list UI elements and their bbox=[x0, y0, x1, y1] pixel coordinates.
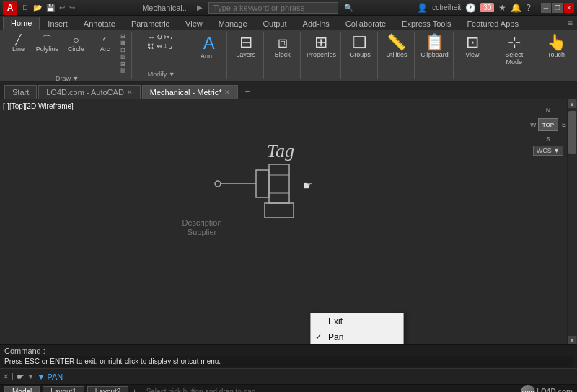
tab-mechanical[interactable]: Mechanical - Metric* ✕ bbox=[142, 85, 239, 99]
tab-annotate[interactable]: Annotate bbox=[76, 17, 123, 30]
wcs-button[interactable]: WCS ▼ bbox=[533, 146, 563, 156]
restore-button[interactable]: ❐ bbox=[552, 3, 563, 13]
ribbon-group-properties: ⊞ Properties bbox=[301, 32, 341, 79]
scroll-thumb[interactable] bbox=[568, 111, 576, 154]
extend-icon[interactable]: ↕ bbox=[164, 42, 167, 50]
layout-tab-layout2[interactable]: Layout2 bbox=[87, 386, 129, 392]
block-icon: ⧈ bbox=[278, 35, 288, 50]
minimize-button[interactable]: ─ bbox=[541, 3, 551, 13]
ribbon-group-selectmode: ⊹ Select Mode bbox=[491, 32, 537, 79]
star-icon[interactable]: ★ bbox=[498, 3, 506, 13]
ribbon-toggle[interactable]: ≡ bbox=[563, 17, 577, 30]
draw-extra-3[interactable]: ⊠ ▤ bbox=[120, 61, 129, 74]
compass-w: W bbox=[530, 121, 537, 128]
utilities-button[interactable]: 📏 Utilities bbox=[383, 33, 410, 60]
polyline-button[interactable]: ⌒ Polyline bbox=[34, 33, 60, 54]
tab-lo4d[interactable]: LO4D.com - AutoCAD ✕ bbox=[38, 85, 141, 99]
tab-parametric[interactable]: Parametric bbox=[123, 17, 177, 30]
move-icon[interactable]: ↔ bbox=[148, 33, 155, 41]
bell-icon[interactable]: 🔔 bbox=[511, 3, 521, 13]
vertical-scrollbar: ▲ ▼ bbox=[567, 99, 577, 344]
draw-extra-1[interactable]: ⊞ ▦ bbox=[120, 33, 129, 46]
properties-button[interactable]: ⊞ Properties bbox=[304, 33, 339, 60]
sel-items: ⊹ Select Mode bbox=[494, 33, 534, 78]
layers-button[interactable]: ⊟ Layers bbox=[233, 33, 259, 60]
input-dropdown-icon[interactable]: ▼ bbox=[27, 373, 35, 380]
tab-mechanical-close[interactable]: ✕ bbox=[224, 89, 230, 96]
draw-extra: ⊞ ▦ ⊟ ▧ ⊠ ▤ bbox=[120, 33, 129, 74]
search-input[interactable] bbox=[208, 2, 338, 14]
search-icon[interactable]: 🔍 bbox=[344, 4, 353, 12]
username: ccfreiheit bbox=[432, 4, 461, 12]
circle-button[interactable]: ○ Circle bbox=[63, 33, 89, 54]
svg-point-1 bbox=[215, 181, 221, 187]
tab-manage[interactable]: Manage bbox=[211, 17, 255, 30]
groups-button[interactable]: ❑ Groups bbox=[346, 33, 374, 60]
tab-featuredapps[interactable]: Featured Apps bbox=[459, 17, 527, 30]
tab-add-button[interactable]: + bbox=[239, 83, 254, 99]
title-bar-right: 👤 ccfreiheit 🕐 30 ★ 🔔 ? ─ ❐ ✕ bbox=[417, 3, 574, 13]
selectmode-button[interactable]: ⊹ Select Mode bbox=[494, 33, 534, 67]
tab-lo4d-close[interactable]: ✕ bbox=[127, 89, 133, 96]
pan-check: ✓ bbox=[315, 332, 322, 342]
chamfer-icon[interactable]: ⌟ bbox=[169, 42, 172, 50]
svg-rect-3 bbox=[269, 164, 289, 203]
input-bar: ✕ | ☛ ▼ ▼ PAN bbox=[0, 368, 577, 384]
mirror-icon[interactable]: ⇔ bbox=[157, 42, 162, 50]
layout-tab-model[interactable]: Model bbox=[4, 386, 40, 392]
context-exit[interactable]: Exit bbox=[311, 313, 403, 329]
tab-start[interactable]: Start bbox=[4, 85, 37, 99]
title-bar-menu: 🗋 📂 💾 ↩ ↪ bbox=[22, 4, 78, 12]
scroll-down-arrow[interactable]: ▼ bbox=[568, 336, 576, 344]
modify-row1: ↔ ↻ ✂ ⌐ bbox=[148, 33, 175, 41]
add-layout-button[interactable]: + bbox=[131, 386, 137, 393]
line-icon: ╱ bbox=[15, 35, 21, 45]
lo4d-circle: LO4D bbox=[521, 385, 535, 393]
quick-access-new[interactable]: 🗋 bbox=[22, 4, 29, 12]
block-items: ⧈ Block bbox=[270, 33, 296, 78]
main-content: [-][Top][2D Wireframe] Tag Description S… bbox=[0, 99, 577, 344]
draw-extra-2[interactable]: ⊟ ▧ bbox=[120, 47, 129, 60]
title-bar: A 🗋 📂 💾 ↩ ↪ Mechanical.... ▶ 🔍 👤 ccfreih… bbox=[0, 0, 577, 16]
tab-collaborate[interactable]: Collaborate bbox=[338, 17, 394, 30]
quick-access-open[interactable]: 📂 bbox=[33, 4, 42, 12]
close-button[interactable]: ✕ bbox=[564, 3, 574, 13]
ribbon-group-draw: ╱ Line ⌒ Polyline ○ Circle ◜ Arc ⊞ ▦ ⊟ ▧… bbox=[3, 32, 132, 79]
compass-s: S bbox=[546, 135, 550, 143]
drawing-canvas: Tag Description Supplier ☛ bbox=[0, 99, 548, 330]
arc-button[interactable]: ◜ Arc bbox=[92, 33, 118, 54]
tab-view[interactable]: View bbox=[177, 17, 211, 30]
scroll-up-arrow[interactable]: ▲ bbox=[568, 99, 576, 108]
quick-access-save[interactable]: 💾 bbox=[46, 4, 55, 12]
quick-access-redo[interactable]: ↪ bbox=[69, 4, 75, 12]
view-button[interactable]: ⊡ View bbox=[459, 33, 485, 60]
clipboard-button[interactable]: 📋 Clipboard bbox=[418, 33, 452, 60]
compass-n: N bbox=[546, 107, 551, 114]
quick-access-undo[interactable]: ↩ bbox=[59, 4, 65, 12]
annotation-button[interactable]: A Ann... bbox=[196, 33, 222, 61]
touch-button[interactable]: 👆 Touch bbox=[543, 33, 569, 60]
help-icon[interactable]: ? bbox=[526, 3, 531, 13]
scroll-track[interactable] bbox=[568, 108, 577, 336]
tab-insert[interactable]: Insert bbox=[40, 17, 76, 30]
groups-items: ❑ Groups bbox=[346, 33, 374, 78]
top-cube-button[interactable]: TOP bbox=[538, 118, 558, 131]
tab-addins[interactable]: Add-ins bbox=[295, 17, 338, 30]
block-button[interactable]: ⧈ Block bbox=[270, 33, 296, 60]
nav-cube: N S E W TOP WCS ▼ bbox=[527, 107, 570, 164]
tab-home[interactable]: Home bbox=[3, 17, 40, 30]
context-pan[interactable]: ✓ Pan bbox=[311, 329, 403, 344]
layout-tab-layout1[interactable]: Layout1 bbox=[43, 386, 84, 392]
rotate-icon[interactable]: ↻ bbox=[157, 33, 162, 41]
tab-output[interactable]: Output bbox=[255, 17, 295, 30]
input-close-icon[interactable]: ✕ bbox=[3, 373, 9, 380]
context-menu: Exit ✓ Pan Zoom 3D Orbit Zoom Window Zoo… bbox=[310, 313, 404, 344]
viewport: [-][Top][2D Wireframe] Tag Description S… bbox=[0, 99, 577, 344]
copy-icon[interactable]: ⿻ bbox=[148, 42, 155, 50]
fillet-icon[interactable]: ⌐ bbox=[171, 33, 175, 41]
line-button[interactable]: ╱ Line bbox=[5, 33, 31, 54]
supplier-text: Supplier bbox=[188, 228, 217, 236]
trim-icon[interactable]: ✂ bbox=[164, 33, 169, 41]
tab-expresstools[interactable]: Express Tools bbox=[394, 17, 459, 30]
user-icon: 👤 bbox=[417, 3, 428, 13]
